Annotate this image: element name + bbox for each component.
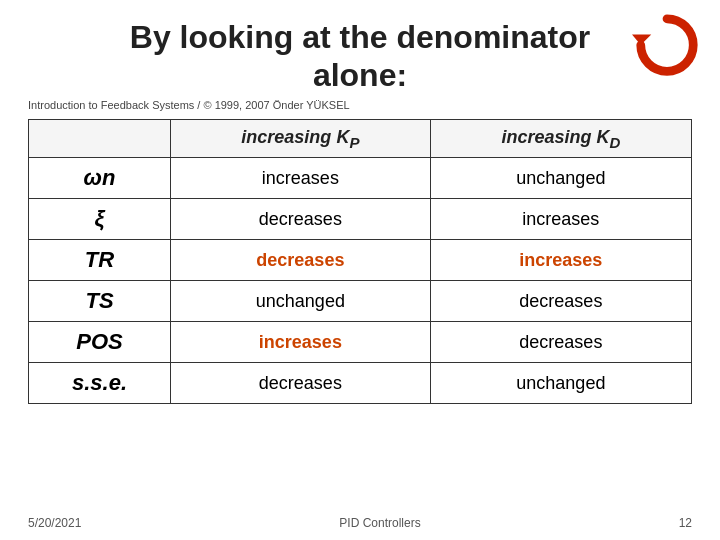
col-empty-header: [29, 119, 171, 158]
comparison-table: increasing KP increasing KD ωnincreasesu…: [28, 119, 692, 405]
main-page: By looking at the denominator alone: Int…: [0, 0, 720, 540]
table-row: TRdecreasesincreases: [29, 240, 692, 281]
row-col2-value: decreases: [430, 281, 691, 322]
row-col1-value: decreases: [171, 240, 431, 281]
footer: 5/20/2021 PID Controllers 12: [28, 516, 692, 530]
table-row: ωnincreasesunchanged: [29, 158, 692, 199]
row-col1-value: unchanged: [171, 281, 431, 322]
row-col2-value: decreases: [430, 322, 691, 363]
table-row: TSunchangeddecreases: [29, 281, 692, 322]
row-label: TR: [29, 240, 171, 281]
row-col2-value: increases: [430, 199, 691, 240]
row-col1-value: increases: [171, 322, 431, 363]
footer-page: 12: [679, 516, 692, 530]
row-label: s.s.e.: [29, 363, 171, 404]
row-col1-value: decreases: [171, 199, 431, 240]
row-label: TS: [29, 281, 171, 322]
col-kd-header: increasing KD: [430, 119, 691, 158]
comparison-table-wrap: increasing KP increasing KD ωnincreasesu…: [28, 119, 692, 512]
rotary-icon: [632, 10, 702, 80]
row-col1-value: increases: [171, 158, 431, 199]
row-label: POS: [29, 322, 171, 363]
table-row: s.s.e.decreasesunchanged: [29, 363, 692, 404]
row-col2-value: unchanged: [430, 158, 691, 199]
col-kp-header: increasing KP: [171, 119, 431, 158]
row-col2-value: unchanged: [430, 363, 691, 404]
footer-center: PID Controllers: [339, 516, 420, 530]
row-label: ωn: [29, 158, 171, 199]
table-row: POSincreasesdecreases: [29, 322, 692, 363]
footer-date: 5/20/2021: [28, 516, 81, 530]
slide-title: By looking at the denominator alone:: [28, 18, 692, 95]
attribution: Introduction to Feedback Systems / © 199…: [28, 99, 692, 111]
row-col2-value: increases: [430, 240, 691, 281]
svg-marker-0: [632, 35, 651, 46]
table-row: ξdecreasesincreases: [29, 199, 692, 240]
row-label: ξ: [29, 199, 171, 240]
row-col1-value: decreases: [171, 363, 431, 404]
